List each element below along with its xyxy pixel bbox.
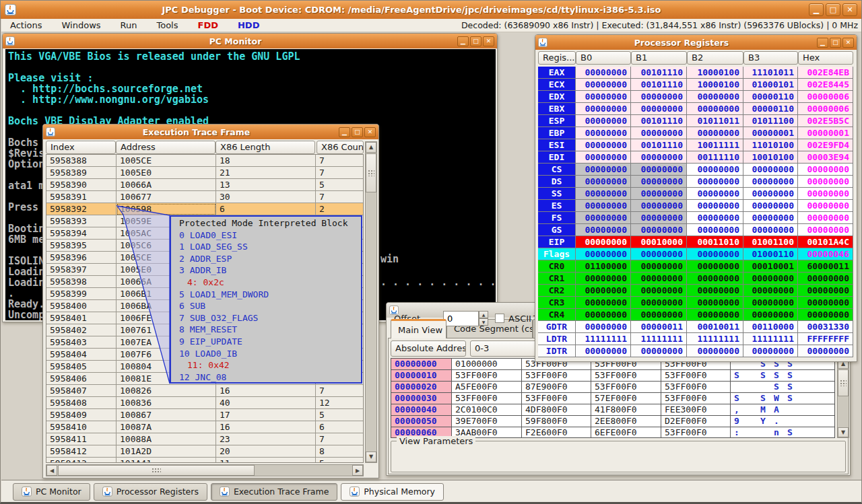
- taskbar-button-physical-memory[interactable]: Physical Memory: [341, 483, 444, 501]
- trace-col-header-x86-length[interactable]: X86 Length: [216, 141, 315, 154]
- memory-ascii-char: Y: [760, 416, 766, 426]
- tab-main-view[interactable]: Main View: [391, 319, 446, 338]
- scroll-up-button[interactable]: ▲: [366, 142, 376, 153]
- close-button[interactable]: ✕: [842, 3, 857, 16]
- pc-monitor-titlebar[interactable]: PC Monitor ▁ □ ✕: [3, 34, 497, 48]
- memory-ascii-char: S: [787, 382, 793, 392]
- scroll-down-button[interactable]: ▼: [366, 452, 376, 462]
- menu-tools[interactable]: Tools: [156, 20, 178, 30]
- execution-trace-titlebar[interactable]: Execution Trace Frame ▁ □ ✕: [43, 124, 378, 139]
- register-byte-0: 00000000: [576, 115, 631, 127]
- menu-windows[interactable]: Windows: [62, 20, 101, 30]
- memory-ascii-char: 9: [734, 416, 739, 426]
- registers-col-header-b1[interactable]: B1: [631, 51, 687, 65]
- ascii-checkbox[interactable]: [495, 314, 504, 323]
- trace-col-header-x86-count[interactable]: X86 Count: [317, 141, 364, 154]
- trace-col-header-index[interactable]: Index: [46, 141, 116, 154]
- memory-ascii-char: S: [760, 393, 766, 403]
- register-row-edi: EDI0000000000000000001111101001010000003…: [538, 151, 853, 164]
- register-row-esi: ESI00000000001011101001111111010100002E9…: [538, 139, 853, 151]
- register-hex-value: 00000006: [798, 103, 853, 115]
- trace-cell: 2: [316, 203, 364, 215]
- offset-spinner[interactable]: ▲▼: [479, 311, 488, 326]
- trace-row[interactable]: 5958407100826167: [46, 385, 364, 397]
- registers-col-header-hex[interactable]: Hex: [798, 51, 853, 65]
- scroll-left-button[interactable]: ◀: [46, 465, 57, 476]
- terminal-line: This VGA/VBE Bios is released under the …: [8, 50, 300, 63]
- scroll-down-button[interactable]: ▼: [838, 427, 849, 437]
- trace-col-header-address[interactable]: Address: [116, 141, 216, 154]
- trace-row[interactable]: 5958409100867175: [46, 409, 364, 421]
- menu-actions[interactable]: Actions: [10, 20, 42, 30]
- terminal-line: ata1 m: [8, 180, 44, 192]
- memory-scroll-thumb[interactable]: [838, 369, 849, 396]
- trace-horizontal-scrollbar[interactable]: ◀ ▶: [46, 464, 364, 476]
- trace-vscroll-thumb[interactable]: [366, 153, 376, 192]
- registers-col-header-b2[interactable]: B2: [687, 51, 743, 65]
- trace-vertical-scrollbar[interactable]: ▲ ▼: [365, 141, 377, 463]
- trace-row[interactable]: 59583891005E0217: [46, 167, 364, 179]
- memory-row: 000000402C0100C04DF800F041F800F0FEE300F0…: [391, 404, 835, 416]
- offset-input[interactable]: [443, 311, 479, 326]
- trace-cell: 5958393: [46, 215, 117, 227]
- memory-value-cell: F2E600F0: [522, 427, 591, 438]
- register-byte-0: 00000000: [576, 188, 631, 200]
- memory-col-header-address[interactable]: Absolute Address: [391, 340, 466, 357]
- taskbar-button-processor-registers[interactable]: Processor Registers: [94, 483, 207, 501]
- trace-row[interactable]: 595841010087A166: [46, 421, 364, 433]
- register-hex-value: 00000000: [798, 176, 853, 188]
- trace-row[interactable]: 5958412101A2D208: [46, 445, 364, 458]
- processor-registers-titlebar[interactable]: Processor Registers ▁ □ ✕: [535, 35, 857, 50]
- taskbar-button-execution-trace-frame[interactable]: Execution Trace Frame: [211, 483, 337, 501]
- memory-row: 0000005039E700F059F800F02EE800F0D2EF00F0…: [391, 416, 835, 427]
- register-hex-value: 00000001: [798, 127, 853, 139]
- minimize-button[interactable]: ▁: [809, 3, 824, 16]
- scroll-right-button[interactable]: ▶: [352, 465, 363, 476]
- spinner-down-button[interactable]: ▼: [479, 318, 488, 326]
- register-hex-value: 00000000: [798, 200, 853, 212]
- registers-maximize-button[interactable]: □: [830, 38, 841, 48]
- memory-vertical-scrollbar[interactable]: ▲ ▼: [837, 358, 849, 438]
- trace-minimize-button[interactable]: ▁: [339, 127, 350, 137]
- trace-cell: 5958403: [46, 336, 117, 349]
- trace-cell: 23: [216, 433, 316, 445]
- pc-monitor-minimize-button[interactable]: ▁: [457, 36, 469, 46]
- pc-monitor-close-button[interactable]: ✕: [483, 36, 494, 46]
- registers-minimize-button[interactable]: ▁: [817, 38, 828, 48]
- registers-col-header-regis[interactable]: Regis...: [538, 51, 576, 65]
- trace-close-button[interactable]: ✕: [364, 127, 376, 137]
- register-byte-0: 00000000: [576, 79, 631, 91]
- register-byte-3: 11101011: [743, 67, 798, 79]
- trace-row[interactable]: 595839210059862: [46, 203, 364, 215]
- trace-row[interactable]: 5958413101A41115: [46, 458, 364, 463]
- pc-monitor-maximize-button[interactable]: □: [470, 36, 482, 46]
- registers-col-header-b0[interactable]: B0: [576, 51, 631, 65]
- menu-run[interactable]: Run: [121, 20, 137, 30]
- memory-value-cell: 39E700F0: [452, 416, 522, 427]
- memory-ascii-cell: SS: [731, 382, 835, 393]
- register-byte-0: 00000000: [576, 164, 631, 176]
- trace-row[interactable]: 59583881005CE187: [46, 155, 364, 167]
- trace-row[interactable]: 5958391100677307: [46, 191, 364, 203]
- maximize-button[interactable]: □: [826, 3, 840, 16]
- trace-row[interactable]: 59584081008364012: [46, 397, 364, 409]
- registers-close-button[interactable]: ✕: [842, 38, 854, 48]
- register-row-esp: ESP00000000001011100101101101011100002E5…: [538, 115, 853, 127]
- view-parameters-legend: View Parameters: [397, 436, 475, 446]
- menu-hdd[interactable]: HDD: [238, 20, 259, 30]
- menu-fdd[interactable]: FDD: [198, 20, 218, 30]
- trace-row[interactable]: 595839010066A135: [46, 179, 364, 191]
- register-row-cr2: CR20000000000000000000000000000000000000…: [538, 285, 853, 297]
- register-byte-2: 00000000: [687, 285, 743, 297]
- trace-hscroll-thumb[interactable]: [58, 465, 255, 476]
- trace-maximize-button[interactable]: □: [352, 127, 363, 137]
- taskbar-button-pc-monitor[interactable]: PC Monitor: [13, 483, 90, 501]
- register-row-gs: GS00000000000000000000000000000000000000…: [538, 224, 853, 236]
- registers-col-header-b3[interactable]: B3: [743, 51, 798, 65]
- spinner-up-button[interactable]: ▲: [479, 311, 488, 318]
- register-byte-3: 00000000: [743, 176, 798, 188]
- trace-row[interactable]: 595841110088A237: [46, 433, 364, 445]
- pc-monitor-title: PC Monitor: [15, 36, 456, 46]
- main-titlebar[interactable]: JPC Debugger - Boot Device: CDROM: /medi…: [1, 1, 861, 19]
- trace-cell: 5958409: [46, 409, 117, 421]
